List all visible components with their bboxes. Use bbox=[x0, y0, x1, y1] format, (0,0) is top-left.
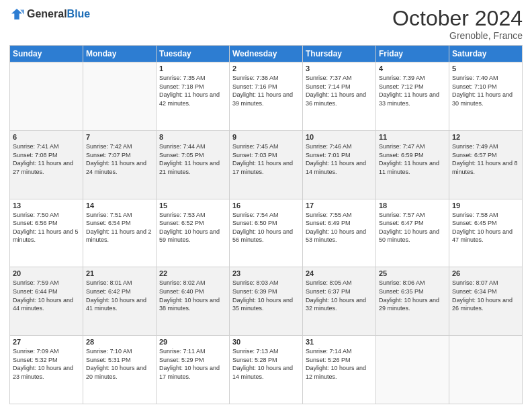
day-info: Sunrise: 7:59 AM Sunset: 6:44 PM Dayligh… bbox=[13, 279, 80, 312]
logo-icon bbox=[9, 7, 24, 21]
table-row: 13Sunrise: 7:50 AM Sunset: 6:56 PM Dayli… bbox=[10, 199, 83, 267]
table-row: 30Sunrise: 7:13 AM Sunset: 5:28 PM Dayli… bbox=[230, 336, 303, 404]
day-number: 8 bbox=[159, 133, 226, 141]
day-number: 22 bbox=[159, 269, 226, 277]
day-number: 11 bbox=[379, 133, 446, 141]
day-number: 25 bbox=[379, 269, 446, 277]
table-row: 1Sunrise: 7:35 AM Sunset: 7:18 PM Daylig… bbox=[157, 62, 230, 131]
day-info: Sunrise: 7:13 AM Sunset: 5:28 PM Dayligh… bbox=[232, 347, 300, 381]
day-info: Sunrise: 7:11 AM Sunset: 5:29 PM Dayligh… bbox=[159, 347, 226, 381]
day-info: Sunrise: 7:35 AM Sunset: 7:18 PM Dayligh… bbox=[159, 74, 226, 107]
table-row: 17Sunrise: 7:55 AM Sunset: 6:49 PM Dayli… bbox=[303, 199, 376, 267]
month-title: October 2024 bbox=[392, 7, 523, 30]
day-info: Sunrise: 8:01 AM Sunset: 6:42 PM Dayligh… bbox=[86, 279, 153, 312]
day-number: 15 bbox=[159, 201, 226, 210]
day-info: Sunrise: 7:14 AM Sunset: 5:26 PM Dayligh… bbox=[306, 347, 373, 381]
day-info: Sunrise: 7:55 AM Sunset: 6:49 PM Dayligh… bbox=[306, 211, 373, 244]
day-number: 30 bbox=[232, 338, 300, 346]
day-info: Sunrise: 8:06 AM Sunset: 6:35 PM Dayligh… bbox=[379, 279, 446, 312]
day-info: Sunrise: 7:51 AM Sunset: 6:54 PM Dayligh… bbox=[86, 211, 153, 244]
day-info: Sunrise: 8:03 AM Sunset: 6:39 PM Dayligh… bbox=[232, 279, 300, 312]
table-row: 18Sunrise: 7:57 AM Sunset: 6:47 PM Dayli… bbox=[376, 199, 449, 267]
day-number: 23 bbox=[232, 269, 300, 277]
table-row: 23Sunrise: 8:03 AM Sunset: 6:39 PM Dayli… bbox=[230, 267, 303, 336]
table-row: 21Sunrise: 8:01 AM Sunset: 6:42 PM Dayli… bbox=[83, 267, 157, 336]
table-row: 22Sunrise: 8:02 AM Sunset: 6:40 PM Dayli… bbox=[157, 267, 230, 336]
table-row: 25Sunrise: 8:06 AM Sunset: 6:35 PM Dayli… bbox=[376, 267, 449, 336]
day-info: Sunrise: 7:37 AM Sunset: 7:14 PM Dayligh… bbox=[306, 74, 373, 107]
table-row bbox=[376, 336, 449, 404]
day-number: 29 bbox=[159, 338, 226, 346]
table-row: 2Sunrise: 7:36 AM Sunset: 7:16 PM Daylig… bbox=[230, 62, 303, 131]
day-number: 10 bbox=[306, 133, 373, 141]
table-row: 28Sunrise: 7:10 AM Sunset: 5:31 PM Dayli… bbox=[83, 336, 157, 404]
logo-blue: Blue bbox=[67, 8, 91, 19]
title-block: October 2024 Grenoble, France bbox=[392, 7, 523, 41]
table-row: 26Sunrise: 8:07 AM Sunset: 6:34 PM Dayli… bbox=[449, 267, 523, 336]
page-container: GeneralBlue October 2024 Grenoble, Franc… bbox=[0, 0, 532, 411]
table-row: 19Sunrise: 7:58 AM Sunset: 6:45 PM Dayli… bbox=[449, 199, 523, 267]
day-info: Sunrise: 7:10 AM Sunset: 5:31 PM Dayligh… bbox=[86, 347, 153, 381]
day-number: 13 bbox=[13, 201, 80, 210]
table-row: 12Sunrise: 7:49 AM Sunset: 6:57 PM Dayli… bbox=[449, 130, 523, 199]
table-row: 5Sunrise: 7:40 AM Sunset: 7:10 PM Daylig… bbox=[449, 62, 523, 131]
day-info: Sunrise: 7:58 AM Sunset: 6:45 PM Dayligh… bbox=[452, 211, 519, 244]
day-info: Sunrise: 7:46 AM Sunset: 7:01 PM Dayligh… bbox=[306, 142, 373, 176]
day-info: Sunrise: 7:53 AM Sunset: 6:52 PM Dayligh… bbox=[159, 211, 226, 244]
day-number: 20 bbox=[13, 269, 80, 277]
day-number: 26 bbox=[452, 269, 519, 277]
col-tuesday: Tuesday bbox=[157, 46, 230, 62]
table-row: 8Sunrise: 7:44 AM Sunset: 7:05 PM Daylig… bbox=[157, 130, 230, 199]
header: GeneralBlue October 2024 Grenoble, Franc… bbox=[9, 7, 523, 41]
day-number: 27 bbox=[13, 338, 80, 346]
day-info: Sunrise: 7:44 AM Sunset: 7:05 PM Dayligh… bbox=[159, 142, 226, 176]
day-number: 14 bbox=[86, 201, 153, 210]
day-info: Sunrise: 7:42 AM Sunset: 7:07 PM Dayligh… bbox=[86, 142, 153, 176]
col-monday: Monday bbox=[83, 46, 157, 62]
day-info: Sunrise: 7:54 AM Sunset: 6:50 PM Dayligh… bbox=[232, 211, 300, 244]
day-number: 7 bbox=[86, 133, 153, 141]
col-wednesday: Wednesday bbox=[230, 46, 303, 62]
day-number: 1 bbox=[159, 64, 226, 73]
day-number: 6 bbox=[13, 133, 80, 141]
table-row: 29Sunrise: 7:11 AM Sunset: 5:29 PM Dayli… bbox=[157, 336, 230, 404]
day-number: 3 bbox=[306, 64, 373, 73]
table-row: 4Sunrise: 7:39 AM Sunset: 7:12 PM Daylig… bbox=[376, 62, 449, 131]
table-row bbox=[10, 62, 83, 131]
table-row: 6Sunrise: 7:41 AM Sunset: 7:08 PM Daylig… bbox=[10, 130, 83, 199]
day-number: 28 bbox=[86, 338, 153, 346]
table-row: 9Sunrise: 7:45 AM Sunset: 7:03 PM Daylig… bbox=[230, 130, 303, 199]
table-row: 24Sunrise: 8:05 AM Sunset: 6:37 PM Dayli… bbox=[303, 267, 376, 336]
day-info: Sunrise: 7:41 AM Sunset: 7:08 PM Dayligh… bbox=[13, 142, 80, 176]
table-row: 20Sunrise: 7:59 AM Sunset: 6:44 PM Dayli… bbox=[10, 267, 83, 336]
table-row: 14Sunrise: 7:51 AM Sunset: 6:54 PM Dayli… bbox=[83, 199, 157, 267]
day-info: Sunrise: 8:02 AM Sunset: 6:40 PM Dayligh… bbox=[159, 279, 226, 312]
table-row: 11Sunrise: 7:47 AM Sunset: 6:59 PM Dayli… bbox=[376, 130, 449, 199]
day-number: 5 bbox=[452, 64, 519, 73]
day-info: Sunrise: 7:45 AM Sunset: 7:03 PM Dayligh… bbox=[232, 142, 300, 176]
day-info: Sunrise: 8:07 AM Sunset: 6:34 PM Dayligh… bbox=[452, 279, 519, 312]
calendar-week-row: 6Sunrise: 7:41 AM Sunset: 7:08 PM Daylig… bbox=[10, 130, 523, 199]
calendar-week-row: 20Sunrise: 7:59 AM Sunset: 6:44 PM Dayli… bbox=[10, 267, 523, 336]
table-row: 27Sunrise: 7:09 AM Sunset: 5:32 PM Dayli… bbox=[10, 336, 83, 404]
day-number: 12 bbox=[452, 133, 519, 141]
table-row: 15Sunrise: 7:53 AM Sunset: 6:52 PM Dayli… bbox=[157, 199, 230, 267]
table-row bbox=[449, 336, 523, 404]
calendar-table: Sunday Monday Tuesday Wednesday Thursday… bbox=[9, 45, 523, 404]
day-info: Sunrise: 7:47 AM Sunset: 6:59 PM Dayligh… bbox=[379, 142, 446, 176]
day-number: 31 bbox=[306, 338, 373, 346]
calendar-week-row: 13Sunrise: 7:50 AM Sunset: 6:56 PM Dayli… bbox=[10, 199, 523, 267]
day-number: 17 bbox=[306, 201, 373, 210]
calendar-header-row: Sunday Monday Tuesday Wednesday Thursday… bbox=[10, 46, 523, 62]
col-thursday: Thursday bbox=[303, 46, 376, 62]
day-info: Sunrise: 7:50 AM Sunset: 6:56 PM Dayligh… bbox=[13, 211, 80, 244]
day-number: 19 bbox=[452, 201, 519, 210]
day-info: Sunrise: 7:40 AM Sunset: 7:10 PM Dayligh… bbox=[452, 74, 519, 107]
day-number: 24 bbox=[306, 269, 373, 277]
table-row: 10Sunrise: 7:46 AM Sunset: 7:01 PM Dayli… bbox=[303, 130, 376, 199]
day-number: 21 bbox=[86, 269, 153, 277]
logo: GeneralBlue bbox=[9, 7, 90, 21]
logo-text: GeneralBlue bbox=[27, 8, 90, 20]
col-saturday: Saturday bbox=[449, 46, 523, 62]
day-info: Sunrise: 7:57 AM Sunset: 6:47 PM Dayligh… bbox=[379, 211, 446, 244]
